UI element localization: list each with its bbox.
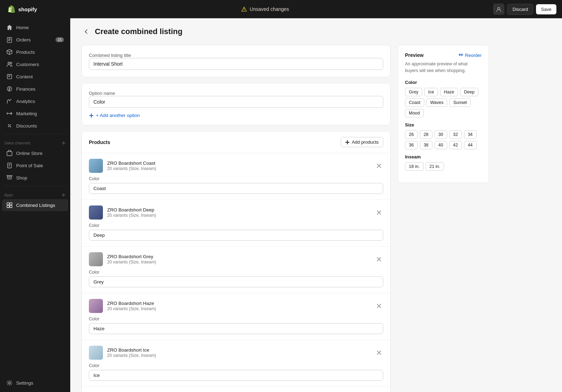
svg-rect-10 <box>7 203 9 205</box>
preview-tag-waves: Waves <box>426 98 447 107</box>
product-info-coast: ZRO Boardshort Coast 20 variants (Size, … <box>107 161 371 171</box>
product-name-ice: ZRO Boardshort Ice <box>107 347 371 353</box>
preview-tags-inseam: 18 in. 21 in. <box>405 162 482 171</box>
sidebar-item-products-label: Products <box>16 50 35 55</box>
discard-button[interactable]: Discard <box>507 4 533 15</box>
sidebar-item-content[interactable]: Content <box>2 71 68 83</box>
preview-tag-sunset: Sunset <box>449 98 471 107</box>
sidebar-item-finances-label: Finances <box>16 86 35 92</box>
product-remove-grey[interactable] <box>375 255 383 263</box>
product-remove-deep[interactable] <box>375 208 383 217</box>
apps-label: Apps <box>0 188 70 199</box>
content-main: Combined listing title Option name + Add… <box>81 45 391 392</box>
svg-rect-12 <box>7 205 9 208</box>
product-thumb-ice <box>89 346 103 360</box>
preview-description: An approximate preview of what buyers wi… <box>405 61 482 74</box>
listing-title-card: Combined listing title <box>81 45 391 77</box>
preview-tags-color: Grey Ice Haze Deep Coast Waves Sunset Mo… <box>405 88 482 117</box>
product-color-label-coast: Color <box>89 176 383 181</box>
svg-point-3 <box>10 62 12 64</box>
preview-tag-42: 42 <box>449 141 462 149</box>
sidebar-divider-1 <box>4 134 66 134</box>
product-thumb-grey <box>89 252 103 266</box>
sidebar-item-products[interactable]: Products <box>2 46 68 58</box>
listing-title-input[interactable] <box>89 58 383 70</box>
sidebar-item-pos[interactable]: Point of Sale <box>2 159 68 171</box>
product-color-input-grey[interactable] <box>89 276 383 287</box>
product-variants-grey: 20 variants (Size, Inseam) <box>107 260 371 264</box>
product-color-input-ice[interactable] <box>89 370 383 381</box>
sidebar-item-analytics[interactable]: Analytics <box>2 95 68 107</box>
add-products-button[interactable]: Add products <box>341 137 383 147</box>
preview-header: Preview Reorder <box>405 52 482 58</box>
sidebar-item-combined-listings[interactable]: Combined Listings <box>2 199 68 211</box>
svg-point-14 <box>8 382 10 384</box>
product-remove-ice[interactable] <box>375 348 383 357</box>
preview-tag-grey: Grey <box>405 88 422 96</box>
sidebar-item-online-store[interactable]: Online Store <box>2 147 68 159</box>
preview-title: Preview <box>405 52 424 58</box>
sidebar-item-shop[interactable]: Shop <box>2 172 68 184</box>
content-sidebar: Preview Reorder An approximate preview o… <box>398 45 489 392</box>
product-color-label-haze: Color <box>89 316 383 321</box>
products-title: Products <box>89 139 110 145</box>
product-color-input-coast[interactable] <box>89 183 383 194</box>
product-item-mood: ZRO Boardshort Mood <box>82 387 390 392</box>
sidebar-item-discounts-label: Discounts <box>16 123 37 129</box>
product-name-grey: ZRO Boardshort Grey <box>107 254 371 259</box>
option-name-input[interactable] <box>89 96 383 108</box>
sidebar-item-home[interactable]: Home <box>2 21 68 33</box>
preview-section-color-title: Color <box>405 80 482 85</box>
page-header: Create combined listing <box>81 27 551 37</box>
sidebar-item-settings-label: Settings <box>16 380 33 386</box>
sales-channels-label: Sales channels <box>0 136 70 147</box>
preview-section-inseam: Inseam 18 in. 21 in. <box>405 154 482 171</box>
svg-rect-11 <box>10 203 12 205</box>
preview-tag-30: 30 <box>434 130 447 139</box>
product-item-grey-header: ZRO Boardshort Grey 20 variants (Size, I… <box>89 252 383 266</box>
product-info-grey: ZRO Boardshort Grey 20 variants (Size, I… <box>107 254 371 264</box>
svg-point-2 <box>8 62 10 64</box>
product-remove-haze[interactable] <box>375 302 383 310</box>
preview-tag-44: 44 <box>464 141 477 149</box>
product-thumb-coast <box>89 159 103 173</box>
preview-tag-26: 26 <box>405 130 418 139</box>
sidebar-item-discounts[interactable]: Discounts <box>2 120 68 132</box>
product-info-ice: ZRO Boardshort Ice 20 variants (Size, In… <box>107 347 371 358</box>
add-option-button[interactable]: + Add another option <box>89 113 140 118</box>
back-button[interactable] <box>81 27 91 37</box>
sidebar-item-settings[interactable]: Settings <box>2 377 68 389</box>
preview-tags-size: 26 28 30 32 34 36 38 40 42 44 <box>405 130 482 149</box>
sidebar-item-finances[interactable]: Finances <box>2 83 68 95</box>
product-color-input-haze[interactable] <box>89 323 383 334</box>
sidebar-item-shop-label: Shop <box>16 175 27 181</box>
preview-tag-mood: Mood <box>405 109 424 117</box>
sidebar-item-pos-label: Point of Sale <box>16 163 43 168</box>
product-item-coast-header: ZRO Boardshort Coast 20 variants (Size, … <box>89 159 383 173</box>
preview-section-size: Size 26 28 30 32 34 36 38 40 42 44 <box>405 122 482 149</box>
product-item-ice-header: ZRO Boardshort Ice 20 variants (Size, In… <box>89 346 383 360</box>
topbar: shopify Unsaved changes Discard Save <box>0 0 562 18</box>
preview-tag-34: 34 <box>464 130 477 139</box>
product-variants-deep: 20 variants (Size, Inseam) <box>107 213 371 218</box>
preview-tag-21in: 21 in. <box>426 162 444 171</box>
reorder-button[interactable]: Reorder <box>458 53 482 58</box>
svg-rect-1 <box>7 38 12 43</box>
sidebar-item-orders[interactable]: Orders 15 <box>2 34 68 46</box>
sidebar-item-customers[interactable]: Customers <box>2 58 68 70</box>
logo-text: shopify <box>18 6 37 12</box>
sidebar-item-combined-listings-label: Combined Listings <box>16 203 55 208</box>
sidebar-item-analytics-label: Analytics <box>16 99 35 104</box>
product-name-coast: ZRO Boardshort Coast <box>107 161 371 166</box>
product-thumb-deep <box>89 205 103 220</box>
product-color-input-deep[interactable] <box>89 230 383 241</box>
preview-tag-haze: Haze <box>440 88 458 96</box>
sidebar-item-marketing[interactable]: Marketing <box>2 107 68 119</box>
preview-card: Preview Reorder An approximate preview o… <box>398 45 489 183</box>
product-color-label-deep: Color <box>89 223 383 228</box>
save-button[interactable]: Save <box>536 4 556 14</box>
svg-point-6 <box>8 124 9 125</box>
product-remove-coast[interactable] <box>375 162 383 170</box>
topbar-profile-icon[interactable] <box>493 4 504 15</box>
product-item-grey: ZRO Boardshort Grey 20 variants (Size, I… <box>82 247 390 293</box>
